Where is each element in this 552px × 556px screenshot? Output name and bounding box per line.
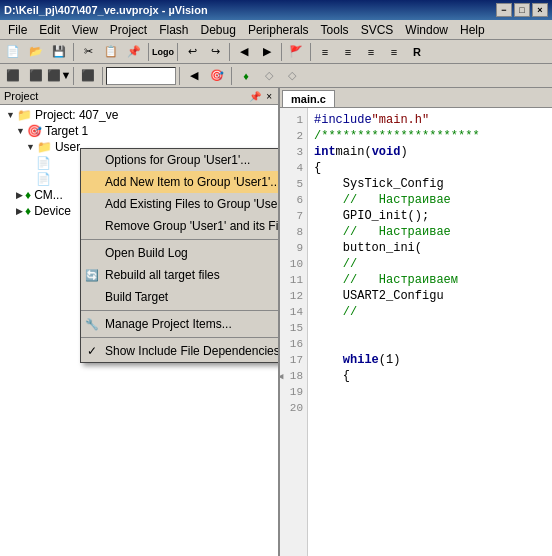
ctx-add-new-label: Add New Item to Group 'User1'... [105,175,280,189]
device-icon: ♦ [25,204,31,218]
tab-main-c[interactable]: main.c [282,90,335,107]
ln-14: 14 [284,304,303,320]
expand-project-icon: ▼ [6,110,15,120]
menu-file[interactable]: File [2,21,33,39]
indent-button[interactable]: ≡ [383,42,405,62]
tb2-diamond1[interactable]: ♦ [235,66,257,86]
ln-12: 12 [284,288,303,304]
redo-button[interactable]: ↪ [204,42,226,62]
ctx-add-existing[interactable]: Add Existing Files to Group 'User1'... [81,193,280,215]
menu-window[interactable]: Window [399,21,454,39]
bookmark-button[interactable]: 🚩 [285,42,307,62]
menu-flash[interactable]: Flash [153,21,194,39]
close-button[interactable]: × [532,3,548,17]
ctx-remove-label: Remove Group 'User1' and its Files [105,219,280,233]
sep7 [73,67,74,85]
tb2-btn2[interactable]: ⬛ [25,66,47,86]
menu-view[interactable]: View [66,21,104,39]
tb2-diamond2[interactable]: ◇ [258,66,280,86]
ctx-build-label: Build Target [105,290,168,304]
ln-17: 17 [284,352,303,368]
tb2-dropdown[interactable]: ⬛▼ [48,66,70,86]
sep3 [177,43,178,61]
menu-project[interactable]: Project [104,21,153,39]
ctx-options-group[interactable]: Options for Group 'User1'... Alt+F7 [81,149,280,171]
tb2-btn4[interactable]: ◀ [183,66,205,86]
menu-edit[interactable]: Edit [33,21,66,39]
align-center-button[interactable]: ≡ [360,42,382,62]
code-content[interactable]: #include "main.h" /*********************… [308,108,552,556]
panel-title-text: Project [4,90,38,102]
ctx-rebuild[interactable]: 🔄 Rebuild all target files [81,264,280,286]
prev-button[interactable]: ◀ [233,42,255,62]
ln-5: 5 [284,176,303,192]
sep9 [179,67,180,85]
menu-help[interactable]: Help [454,21,491,39]
ctx-show-include[interactable]: ✓ Show Include File Dependencies [81,340,280,362]
ctx-add-new-item[interactable]: Add New Item to Group 'User1'... [81,171,280,193]
toolbar-2: ⬛ ⬛ ⬛▼ ⬛ Target 1 ◀ 🎯 ♦ ◇ ◇ [0,64,552,88]
next-button[interactable]: ▶ [256,42,278,62]
expand-cm-icon: ▶ [16,190,23,200]
save-button[interactable]: 💾 [48,42,70,62]
title-text: D:\Keil_pj\407\407_ve.uvprojx - µVision [4,4,496,16]
paste-button[interactable]: 📌 [123,42,145,62]
ctx-manage-project[interactable]: 🔧 Manage Project Items... [81,313,280,335]
sep1 [73,43,74,61]
ctx-options-label: Options for Group 'User1'... [105,153,250,167]
target-select[interactable]: Target 1 [106,67,176,85]
ctx-open-build-log[interactable]: Open Build Log [81,242,280,264]
panel-pin-button[interactable]: 📌 [247,91,263,102]
code-line-16 [314,336,546,352]
undo-button[interactable]: ↩ [181,42,203,62]
tb2-btn1[interactable]: ⬛ [2,66,24,86]
main-area: Project 📌 × ▼ 📁 Project: 407_ve ▼ 🎯 Targ… [0,88,552,556]
file2-icon: 📄 [36,172,51,186]
menu-tools[interactable]: Tools [315,21,355,39]
code-line-7: GPIO_init(); [314,208,546,224]
target-label: Target 1 [45,124,88,138]
menu-bar: File Edit View Project Flash Debug Perip… [0,20,552,40]
title-bar-buttons: − □ × [496,3,548,17]
sep8 [102,67,103,85]
code-line-3: int main(void) [314,144,546,160]
ctx-build-target[interactable]: Build Target F7 [81,286,280,308]
ctx-remove-group[interactable]: Remove Group 'User1' and its Files [81,215,280,237]
ln-9: 9 [284,240,303,256]
menu-peripherals[interactable]: Peripherals [242,21,315,39]
minimize-button[interactable]: − [496,3,512,17]
align-right-button[interactable]: ≡ [337,42,359,62]
code-line-2: /********************** [314,128,546,144]
tree-item-project[interactable]: ▼ 📁 Project: 407_ve [2,107,276,123]
cm-label: CM... [34,188,63,202]
ln-16: 16 [284,336,303,352]
ctx-show-include-label: Show Include File Dependencies [105,344,280,358]
code-line-10: // [314,256,546,272]
ln-1: 1 [284,112,303,128]
ln-20: 20 [284,400,303,416]
ctx-sep2 [81,310,280,311]
open-file-button[interactable]: 📂 [25,42,47,62]
copy-button[interactable]: 📋 [100,42,122,62]
cut-button[interactable]: ✂ [77,42,99,62]
code-line-8: // Настраивае [314,224,546,240]
tb2-target-icon[interactable]: 🎯 [206,66,228,86]
expand-target-icon: ▼ [16,126,25,136]
project-folder-icon: 📁 [17,108,32,122]
sep4 [229,43,230,61]
new-file-button[interactable]: 📄 [2,42,24,62]
logo-button[interactable]: Logo [152,42,174,62]
menu-debug[interactable]: Debug [195,21,242,39]
r-button[interactable]: R [406,42,428,62]
align-left-button[interactable]: ≡ [314,42,336,62]
menu-svcs[interactable]: SVCS [355,21,400,39]
tb2-diamond3[interactable]: ◇ [281,66,303,86]
tb2-btn3[interactable]: ⬛ [77,66,99,86]
title-bar: D:\Keil_pj\407\407_ve.uvprojx - µVision … [0,0,552,20]
device-label: Device [34,204,71,218]
tree-item-target[interactable]: ▼ 🎯 Target 1 [2,123,276,139]
code-area[interactable]: 1 2 3 4 5 6 7 8 9 10 11 12 14 15 16 17 1… [280,108,552,556]
maximize-button[interactable]: □ [514,3,530,17]
code-line-20 [314,400,546,416]
panel-close-button[interactable]: × [264,91,274,102]
